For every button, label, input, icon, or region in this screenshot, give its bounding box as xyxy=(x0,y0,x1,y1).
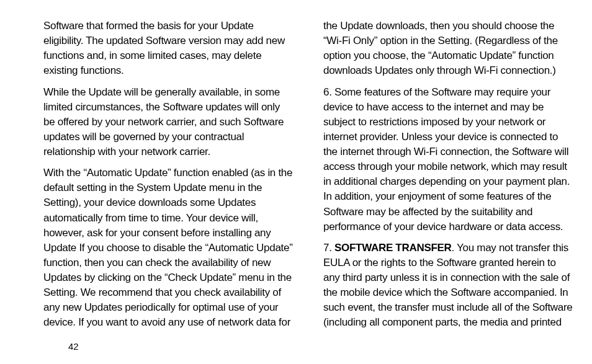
section-label-software-transfer: SOFTWARE TRANSFER xyxy=(334,242,452,254)
section-body: . You may not transfer this EULA or the … xyxy=(323,242,573,329)
left-column: Software that formed the basis for your … xyxy=(19,19,294,352)
paragraph-right-1: the Update downloads, then you should ch… xyxy=(323,19,573,79)
page-number: 42 xyxy=(43,336,294,352)
section-number: 7. xyxy=(323,242,334,254)
paragraph-left-1: Software that formed the basis for your … xyxy=(43,19,294,79)
paragraph-right-3: 7. SOFTWARE TRANSFER. You may not transf… xyxy=(323,241,573,331)
document-page: Software that formed the basis for your … xyxy=(0,0,592,364)
paragraph-right-2: 6. Some features of the Software may req… xyxy=(323,85,573,234)
paragraph-left-3: With the “Automatic Update” function ena… xyxy=(43,166,294,330)
paragraph-left-2: While the Update will be generally avail… xyxy=(43,85,294,160)
right-column: the Update downloads, then you should ch… xyxy=(323,19,573,352)
